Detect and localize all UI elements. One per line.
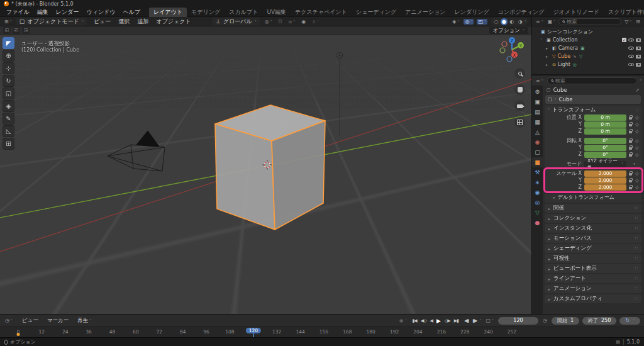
eye-visibility-icon[interactable] — [628, 47, 634, 50]
keyframe-diamond-icon[interactable]: ◇ — [635, 122, 640, 127]
editor-type-button[interactable]: ⊞˅ — [3, 19, 13, 25]
timeline-editor-button[interactable]: ◷˅ — [4, 318, 14, 323]
viewport-menu[interactable]: 追加 — [133, 17, 152, 26]
select-mode-new-icon[interactable]: ◱ — [3, 27, 11, 34]
workspace-tab[interactable]: ジオメトリノード — [549, 8, 604, 17]
workspace-tab[interactable]: レンダリング — [450, 8, 494, 17]
collapsed-panel[interactable]: ▸ビューポート表示∷ — [545, 264, 641, 273]
navigation-gizmo[interactable]: Z Y X — [497, 35, 526, 64]
playhead[interactable]: 120 — [246, 328, 261, 333]
scale-tool[interactable]: ◱ — [3, 87, 14, 99]
collection-tab[interactable]: ▢ — [532, 147, 543, 157]
collapsed-panel[interactable]: ▸可視性∷ — [545, 254, 641, 263]
render-visibility-icon[interactable] — [636, 63, 641, 67]
show-gizmo-dropdown[interactable]: ◈˅ — [451, 19, 460, 25]
collapsed-panel[interactable]: ▸カスタムプロパティ∷ — [545, 294, 641, 303]
wireframe-shading-button[interactable]: ○ — [492, 19, 500, 25]
rendered-shading-button[interactable]: ◑ — [516, 19, 524, 25]
workspace-tab[interactable]: モデリング — [187, 8, 225, 17]
move-tool[interactable]: ⊹ — [3, 62, 14, 74]
proportional-edit-toggle[interactable]: ◉ — [300, 19, 307, 25]
viewport-menu[interactable]: オブジェクト — [152, 17, 194, 26]
scene-tab[interactable]: ◬ — [532, 127, 543, 137]
object-name-field[interactable]: ▢ ˅ Cube — [545, 95, 641, 104]
material-tab[interactable]: ● — [532, 218, 543, 228]
step-back-button[interactable]: ◀▮ — [463, 318, 470, 323]
rotate-tool[interactable]: ↻ — [3, 75, 14, 87]
object-tab[interactable]: ■ — [532, 157, 543, 167]
eye-visibility-icon[interactable] — [628, 38, 634, 42]
world-tab[interactable]: ◉ — [532, 137, 543, 147]
value-field[interactable]: 0 m — [584, 121, 626, 128]
camera-view-button[interactable] — [514, 101, 525, 111]
select-mode-extend-icon[interactable]: ◰ — [13, 27, 20, 34]
collapsed-panel[interactable]: ▸インスタンス化∷ — [545, 224, 641, 233]
lock-icon[interactable] — [629, 131, 632, 133]
shading-dropdown[interactable]: ˅ — [525, 20, 526, 24]
step-forward-button[interactable]: ▮▶ — [471, 318, 478, 323]
lock-icon[interactable] — [629, 140, 632, 143]
keyframe-diamond-icon[interactable]: ◇ — [635, 115, 640, 120]
menubar-item[interactable]: 編集 — [33, 8, 52, 17]
checkbox-checked-icon[interactable]: ✓ — [622, 38, 626, 42]
workspace-tab[interactable]: UV編集 — [262, 8, 291, 17]
value-field[interactable]: 2.000 — [584, 177, 626, 184]
lock-icon[interactable] — [629, 147, 632, 150]
menubar-item[interactable]: ファイル — [3, 8, 33, 17]
pin-icon[interactable]: ⊸ — [634, 86, 641, 93]
snap-toggle[interactable]: ℧ — [277, 19, 284, 25]
play-button[interactable]: ▶ — [435, 318, 442, 324]
timeline-menu[interactable]: 再生 ˅ — [74, 316, 95, 325]
transform-panel-header[interactable]: ˅ トランスフォーム ∷ — [545, 106, 641, 114]
constraints-tab[interactable]: ◎ — [532, 198, 543, 208]
disclosure-icon[interactable]: ▸ — [546, 54, 550, 59]
scene-collection-row[interactable]: ▣シーンコレクション — [532, 28, 644, 36]
properties-search-input[interactable]: 検索 — [547, 77, 637, 84]
eye-visibility-icon[interactable] — [628, 63, 634, 66]
viewport-menu[interactable]: 選択 — [114, 17, 133, 26]
tool-options-dropdown[interactable]: オプション ˅ — [489, 27, 529, 34]
jump-end-button[interactable]: ▶▮ — [453, 318, 460, 323]
zoom-button[interactable] — [514, 68, 525, 79]
outliner-display-mode[interactable]: ▣˅ — [547, 19, 557, 25]
disclosure-icon[interactable]: ˅ — [540, 38, 545, 42]
material-shading-button[interactable]: ◐ — [508, 19, 516, 25]
viewport-canvas[interactable]: ◱ ◰ ◲ オプション ˅ ◤⊕⊹↻◱◈✎◺⊞ ユーザー・透視投影 (120) … — [0, 26, 531, 314]
keyframe-diamond-icon[interactable]: ◇ — [635, 145, 640, 150]
view-layer-tab[interactable]: ▦ — [532, 117, 543, 127]
timeline-menu[interactable]: マーカー — [43, 316, 72, 325]
delta-transform-subpanel[interactable]: ▸ デルタトランスフォーム — [545, 193, 641, 201]
keyframe-diamond-icon[interactable]: ◇ — [635, 185, 640, 190]
current-frame-field[interactable]: 120 — [498, 317, 538, 325]
timeline-ruler[interactable]: 0122436486072849610812013214415616818019… — [0, 326, 644, 337]
keyframe-diamond-icon[interactable]: ◇ — [635, 171, 640, 176]
cursor-tool[interactable]: ⊕ — [3, 50, 14, 62]
camera-object-row[interactable]: ▸◧Camera▣ — [532, 44, 644, 52]
collapsed-panel[interactable]: ▸ラインアート∷ — [545, 274, 641, 283]
collapsed-panel[interactable]: ▸アニメーション∷ — [545, 284, 641, 293]
value-field[interactable]: 2.000 — [584, 170, 626, 177]
sync-dropdown[interactable]: ↻ ˅ — [619, 317, 640, 325]
keyframe-marker[interactable] — [17, 333, 20, 336]
value-field[interactable]: 2.000 — [584, 184, 626, 191]
collapsed-panel[interactable]: ▸コレクション∷ — [545, 214, 641, 223]
output-tab[interactable]: ▤ — [532, 107, 543, 117]
workspace-tab[interactable]: テクスチャペイント — [291, 8, 352, 17]
pivot-dropdown[interactable]: ◎˅ — [264, 19, 274, 25]
disclosure-icon[interactable]: ▸ — [546, 46, 550, 50]
new-collection-button[interactable]: ⊞ — [635, 19, 641, 25]
render-visibility-icon[interactable] — [636, 38, 641, 42]
value-field[interactable]: 0° — [584, 152, 626, 158]
outliner-filter-dropdown[interactable]: ▽˅ — [623, 19, 633, 25]
collapsed-panel[interactable]: ▸関係∷ — [545, 204, 641, 213]
value-field[interactable]: XYZ オイラー角˅ — [584, 161, 626, 167]
ortho-toggle-button[interactable] — [514, 117, 525, 128]
keyframe-diamond-icon[interactable]: ◇ — [635, 152, 640, 157]
value-field[interactable]: 0 m — [584, 128, 626, 135]
prev-keyframe-button[interactable]: ◀◇ — [419, 318, 428, 323]
properties-editor-button[interactable]: ≡˅ — [535, 78, 545, 84]
menubar-item[interactable]: ウィンドウ — [82, 8, 119, 17]
workspace-tab[interactable]: アニメーション — [401, 8, 450, 17]
collection-row[interactable]: ˅▣Collection✓ — [532, 36, 644, 44]
playhead-line[interactable] — [253, 333, 254, 337]
